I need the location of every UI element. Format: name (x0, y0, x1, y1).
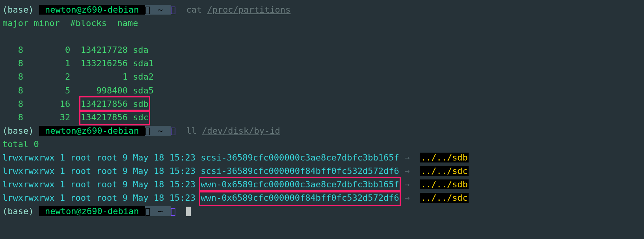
command-ll-path: /dev/disk/by-id (202, 126, 280, 136)
highlight-box: 134217856 sdc (79, 110, 150, 125)
partition-row: 8 16 134217856 sdb (2, 99, 149, 109)
link-target: ../../sdb (420, 153, 469, 162)
disk-id: wwn-0x6589cfc000000c3ae8ce7dbfc3bb165f (201, 179, 399, 189)
ll-output: lrwxrwxrwx 1 root root 9 May 18 15:23 sc… (2, 153, 469, 203)
arrow-icon: → (404, 153, 409, 162)
disk-id: wwn-0x6589cfc000000f84bff0fc532d572df6 (201, 193, 399, 203)
ll-perms: lrwxrwxrwx 1 root root 9 May 18 15:23 (2, 166, 195, 176)
partitions-output: 8 0 134217728 sda 8 1 133216256 sda1 8 2… (2, 45, 154, 122)
command-ll: ll (186, 126, 197, 136)
disk-id: scsi-36589cfc000000c3ae8ce7dbfc3bb165f (201, 153, 399, 162)
prompt-cwd: ~ (150, 126, 171, 136)
prompt-cwd: ~ (150, 5, 171, 15)
link-target: ../../sdc (420, 166, 469, 176)
partition-row: 8 1 133216256 sda1 (2, 58, 154, 68)
link-target: ../../sdc (420, 193, 469, 203)
cursor[interactable] (186, 207, 191, 216)
prompt-line-3: (base) newton@z690-debian  ~  (2, 206, 191, 216)
highlight-box: wwn-0x6589cfc000000f84bff0fc532d572df6 (199, 190, 400, 206)
partitions-header: major minor #blocks name (2, 18, 138, 28)
arrow-icon: → (404, 193, 409, 203)
prompt-user-host: newton@z690-debian (39, 206, 145, 216)
command-cat: cat (186, 5, 202, 15)
arrow-icon: → (404, 166, 409, 176)
prompt-user-host: newton@z690-debian (39, 5, 145, 15)
command-cat-path: /proc/partitions (207, 5, 290, 15)
terminal[interactable]: (base) newton@z690-debian  ~  cat /pro… (0, 0, 644, 222)
partition-row: 8 2 1 sda2 (2, 72, 154, 82)
partition-row: 8 32 134217856 sdc (2, 112, 149, 122)
prompt-user-host: newton@z690-debian (39, 126, 145, 136)
prompt-line-2: (base) newton@z690-debian  ~  ll /dev/… (2, 126, 280, 136)
prompt-cwd: ~ (150, 206, 171, 216)
link-target: ../../sdb (420, 179, 469, 189)
disk-id: scsi-36589cfc000000f84bff0fc532d572df6 (201, 166, 399, 176)
partition-row: 8 5 998400 sda5 (2, 86, 154, 95)
ll-perms: lrwxrwxrwx 1 root root 9 May 18 15:23 (2, 193, 195, 203)
arrow-icon: → (404, 179, 409, 189)
prompt-base: (base) (2, 5, 34, 15)
prompt-line-1: (base) newton@z690-debian  ~  cat /pro… (2, 5, 290, 15)
prompt-base: (base) (2, 126, 34, 136)
ll-total: total 0 (2, 139, 39, 149)
ll-perms: lrwxrwxrwx 1 root root 9 May 18 15:23 (2, 179, 195, 189)
partition-row: 8 0 134217728 sda (2, 45, 149, 55)
prompt-base: (base) (2, 206, 34, 216)
ll-perms: lrwxrwxrwx 1 root root 9 May 18 15:23 (2, 153, 195, 162)
